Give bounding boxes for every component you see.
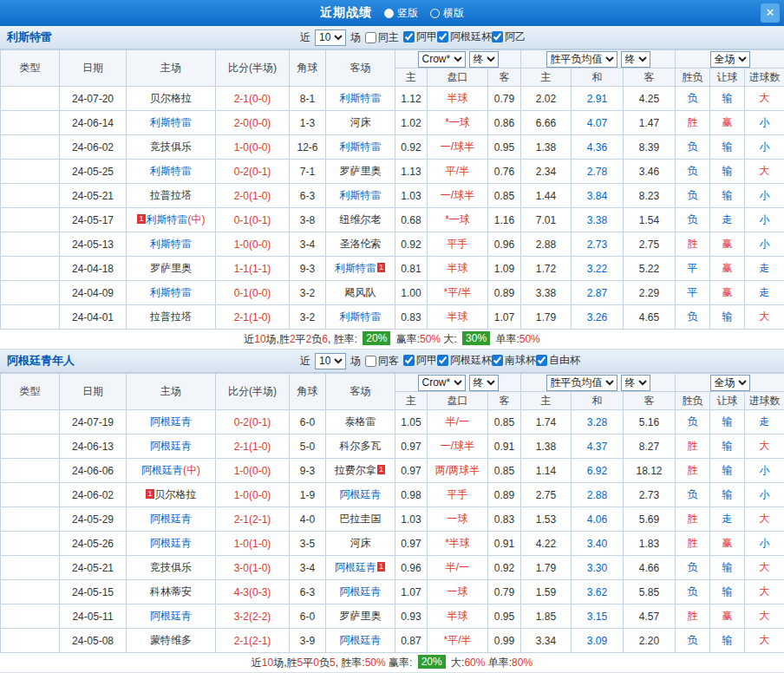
- team-name: 阿根廷青: [150, 537, 192, 549]
- subcol-avg-draw: 和: [572, 392, 624, 410]
- summary-text: 大:: [448, 657, 465, 669]
- team-name: 阿根廷青: [150, 440, 192, 452]
- home-team-cell: 阿根廷青: [127, 435, 216, 459]
- team-name: 阿根廷青: [150, 513, 192, 525]
- avg-control-header: 胜平负均值 终: [521, 374, 676, 392]
- team-name: 利斯特雷: [150, 286, 192, 298]
- avg-home-cell: 7.01: [521, 208, 572, 232]
- summary-text: 6: [322, 333, 328, 345]
- date-cell: 24-05-25: [60, 160, 127, 184]
- league-filter-input[interactable]: [437, 31, 448, 42]
- goals-result-cell: 大: [745, 160, 784, 184]
- odds-state-select[interactable]: 终: [469, 375, 499, 391]
- odds-state-select[interactable]: 终: [469, 51, 499, 68]
- team-section-1: 利斯特雷 近 10 场 同主 阿甲阿根廷杯阿乙 类型 日期 主场 比分(半场) …: [0, 26, 784, 350]
- avg-draw-cell: 3.40: [572, 532, 624, 556]
- subcol-home-odds: 主: [395, 69, 428, 87]
- team-name: 阿根廷青: [141, 464, 183, 476]
- league-cell: 南球杯: [1, 580, 60, 604]
- league-filter-input[interactable]: [536, 355, 547, 366]
- match-row: 阿根廷杯24-06-06阿根廷青(中)1-0(0-0)9-3拉费尔拿10.97两…: [1, 459, 784, 483]
- home-odds-cell: 1.12: [395, 87, 428, 111]
- league-filter-input[interactable]: [403, 31, 415, 42]
- same-venue-label: 同客: [378, 354, 399, 369]
- handicap-result-cell: 走: [710, 208, 745, 232]
- same-venue-checkbox[interactable]: 同主: [365, 30, 399, 45]
- league-cell: 阿甲: [1, 281, 60, 305]
- away-team-cell: 利斯特雷1: [326, 257, 395, 281]
- league-filter-input[interactable]: [492, 355, 503, 366]
- avg-away-cell: 2.73: [624, 483, 676, 507]
- league-filter-input[interactable]: [437, 355, 448, 366]
- handicap-cell: *半球: [428, 532, 488, 556]
- league-filter-checkbox[interactable]: 阿乙: [492, 29, 526, 44]
- league-filter-input[interactable]: [492, 31, 503, 42]
- league-filter-checkbox[interactable]: 阿根廷杯: [437, 29, 492, 44]
- league-filter-checkbox[interactable]: 阿根廷杯: [437, 353, 492, 368]
- league-filter-input[interactable]: [403, 355, 415, 366]
- subcol-let: 让球: [710, 69, 745, 87]
- scope-select[interactable]: 全场: [710, 51, 750, 68]
- league-filter-checkbox[interactable]: 阿甲: [403, 29, 437, 44]
- result-cell: 胜: [676, 507, 710, 532]
- subcol-handicap: 盘口: [428, 392, 488, 410]
- avg-draw-cell: 3.84: [572, 184, 624, 208]
- summary-text: 5: [330, 657, 336, 669]
- summary-line: 近10场,胜5平0负5, 胜率:50% 赢率: 20% 大:60% 单率:80%: [0, 653, 784, 673]
- avg-away-cell: 5.22: [624, 257, 676, 281]
- odds-company-select[interactable]: Crow*: [418, 51, 466, 68]
- result-cell: 负: [676, 208, 710, 232]
- match-row: 阿甲24-04-01拉普拉塔2-1(1-0)3-2利斯特雷0.83半球1.071…: [1, 305, 784, 330]
- close-button[interactable]: ✕: [761, 3, 780, 23]
- match-row: 阿根廷杯24-05-171利斯特雷(中)0-1(0-1)3-8纽维尔老0.68*…: [1, 208, 784, 232]
- odds-company-select[interactable]: Crow*: [418, 375, 466, 391]
- avg-draw-cell: 3.30: [572, 556, 624, 580]
- avg-state-select[interactable]: 终: [621, 51, 650, 68]
- avg-state-select[interactable]: 终: [621, 375, 650, 391]
- col-header-score: 比分(半场): [216, 50, 290, 87]
- filter-controls: 近 10 场 同主 阿甲阿根廷杯阿乙: [300, 29, 526, 46]
- away-odds-cell: 0.92: [488, 556, 521, 580]
- home-odds-cell: 1.13: [395, 160, 428, 184]
- handicap-cell: 半球: [428, 257, 488, 281]
- avg-away-cell: 2.29: [624, 281, 676, 305]
- avg-away-cell: 8.27: [624, 435, 676, 459]
- avg-draw-cell: 4.37: [572, 435, 624, 459]
- section-header: 利斯特雷 近 10 场 同主 阿甲阿根廷杯阿乙: [0, 26, 784, 49]
- score-cell: 3-2(2-2): [216, 604, 290, 629]
- away-team-cell: 圣洛伦索: [326, 232, 395, 257]
- league-filter-checkbox[interactable]: 南球杯: [492, 353, 536, 368]
- same-venue-input[interactable]: [365, 32, 376, 43]
- league-filter-checkbox[interactable]: 阿甲: [403, 353, 437, 368]
- avg-home-cell: 1.79: [521, 556, 572, 580]
- recent-count-select[interactable]: 10: [315, 353, 346, 369]
- layout-radio-horizontal[interactable]: 横版: [430, 6, 464, 21]
- rate-badge: 20%: [363, 331, 390, 345]
- scope-select[interactable]: 全场: [710, 375, 750, 391]
- summary-text: 近: [244, 333, 254, 345]
- handicap-result-cell: 输: [710, 459, 745, 483]
- result-cell: 胜: [676, 111, 710, 135]
- same-venue-input[interactable]: [365, 356, 376, 367]
- home-odds-cell: 0.97: [395, 532, 428, 556]
- layout-radio-vertical[interactable]: 竖版: [384, 6, 418, 21]
- avg-home-cell: 2.02: [521, 87, 572, 111]
- corner-cell: 3-4: [290, 232, 326, 257]
- col-header-date: 日期: [60, 374, 127, 410]
- handicap-result-cell: 输: [710, 629, 745, 653]
- avg-away-cell: 3.46: [624, 160, 676, 184]
- recent-count-select[interactable]: 10: [315, 29, 346, 46]
- subcol-home-odds: 主: [395, 392, 428, 410]
- handicap-result-cell: 输: [710, 580, 745, 604]
- avg-away-cell: 1.47: [624, 111, 676, 135]
- avg-draw-cell: 2.73: [572, 232, 624, 257]
- corner-cell: 9-3: [290, 257, 326, 281]
- same-venue-checkbox[interactable]: 同客: [365, 354, 399, 369]
- home-odds-cell: 1.03: [395, 507, 428, 532]
- avg-type-select[interactable]: 胜平负均值: [546, 375, 617, 391]
- summary-text: 单率:: [493, 333, 519, 345]
- avg-type-select[interactable]: 胜平负均值: [546, 51, 617, 68]
- away-team-cell: 利斯特雷: [326, 135, 395, 160]
- league-filter-checkbox[interactable]: 自由杯: [536, 353, 580, 368]
- away-odds-cell: 0.76: [488, 160, 521, 184]
